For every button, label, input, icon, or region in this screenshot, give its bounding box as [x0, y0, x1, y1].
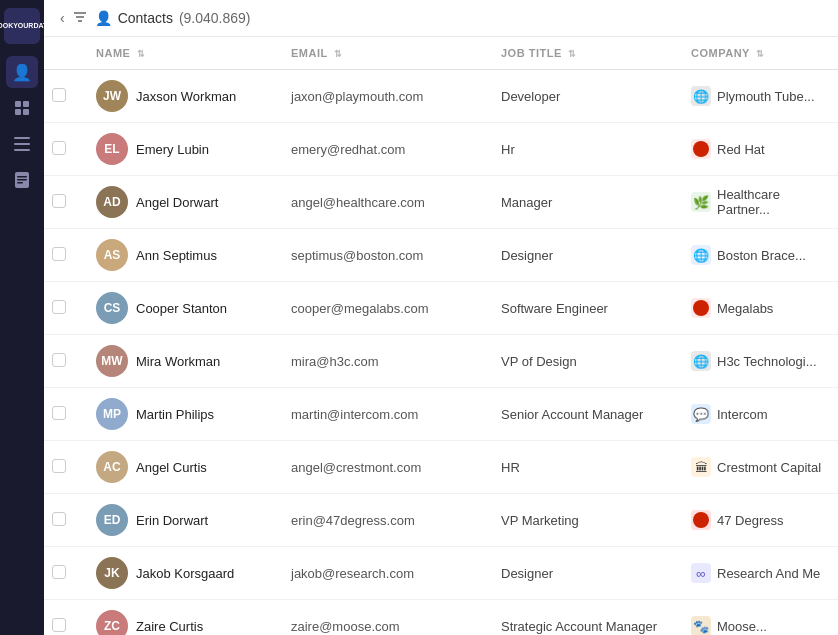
row-checkbox[interactable] [52, 353, 66, 367]
avatar: AD [96, 186, 128, 218]
row-checkbox[interactable] [52, 406, 66, 420]
row-checkbox[interactable] [52, 512, 66, 526]
svg-rect-5 [14, 143, 30, 145]
table-row[interactable]: ZC Zaire Curtis zaire@moose.com Strategi… [44, 600, 838, 636]
email-cell: jaxon@playmouth.com [279, 70, 489, 123]
svg-rect-9 [17, 179, 27, 181]
table-row[interactable]: MW Mira Workman mira@h3c.com VP of Desig… [44, 335, 838, 388]
row-checkbox[interactable] [52, 247, 66, 261]
table-row[interactable]: JK Jakob Korsgaard jakob@research.com De… [44, 547, 838, 600]
company-logo-icon: 🏛 [691, 457, 711, 477]
company-logo-icon: 🌿 [691, 192, 711, 212]
row-checkbox[interactable] [52, 300, 66, 314]
name-cell: EL Emery Lubin [84, 123, 279, 176]
back-button[interactable]: ‹ [60, 10, 65, 26]
sidebar-item-contacts[interactable]: 👤 [6, 56, 38, 88]
row-checkbox[interactable] [52, 565, 66, 579]
avatar: JW [96, 80, 128, 112]
sidebar: BOOK YOUR DATA 👤 [0, 0, 44, 635]
email-cell: emery@redhat.com [279, 123, 489, 176]
contact-name: Angel Dorwart [136, 195, 218, 210]
contacts-table: NAME ⇅ EMAIL ⇅ JOB TITLE ⇅ COMPANY ⇅ JW … [44, 37, 838, 635]
name-cell: MW Mira Workman [84, 335, 279, 388]
row-checkbox-cell [44, 388, 84, 441]
avatar: ED [96, 504, 128, 536]
row-checkbox-cell [44, 123, 84, 176]
avatar: JK [96, 557, 128, 589]
table-row[interactable]: JW Jaxson Workman jaxon@playmouth.com De… [44, 70, 838, 123]
table-row[interactable]: CS Cooper Stanton cooper@megalabs.com So… [44, 282, 838, 335]
page-title: 👤 Contacts (9.040.869) [95, 10, 251, 26]
table-row[interactable]: ED Erin Dorwart erin@47degress.com VP Ma… [44, 494, 838, 547]
company-cell: Megalabs [679, 282, 838, 335]
table-row[interactable]: AC Angel Curtis angel@crestmont.com HR 🏛… [44, 441, 838, 494]
company-sort-icon[interactable]: ⇅ [756, 49, 765, 59]
sidebar-item-list[interactable] [6, 128, 38, 160]
company-logo-icon: 🌐 [691, 86, 711, 106]
contacts-table-container[interactable]: NAME ⇅ EMAIL ⇅ JOB TITLE ⇅ COMPANY ⇅ JW … [44, 37, 838, 635]
svg-rect-2 [15, 109, 21, 115]
row-checkbox-cell [44, 335, 84, 388]
row-checkbox[interactable] [52, 194, 66, 208]
name-cell: JK Jakob Korsgaard [84, 547, 279, 600]
main-content: ‹ 👤 Contacts (9.040.869) NAME ⇅ EMAIL ⇅ … [44, 0, 838, 635]
table-row[interactable]: AS Ann Septimus septimus@boston.com Desi… [44, 229, 838, 282]
table-row[interactable]: AD Angel Dorwart angel@healthcare.com Ma… [44, 176, 838, 229]
company-logo-icon [691, 298, 711, 318]
row-checkbox-cell [44, 547, 84, 600]
company-cell: 🌐 Boston Brace... [679, 229, 838, 282]
contacts-icon: 👤 [95, 10, 112, 26]
company-name: Megalabs [717, 301, 773, 316]
company-cell: Red Hat [679, 123, 838, 176]
company-cell: 🌐 H3c Technologi... [679, 335, 838, 388]
app-logo[interactable]: BOOK YOUR DATA [4, 8, 40, 44]
company-name: H3c Technologi... [717, 354, 817, 369]
name-cell: AC Angel Curtis [84, 441, 279, 494]
job-title-cell: Developer [489, 70, 679, 123]
company-logo-icon [691, 510, 711, 530]
col-header-name[interactable]: NAME ⇅ [84, 37, 279, 70]
contact-name: Jakob Korsgaard [136, 566, 234, 581]
avatar: MW [96, 345, 128, 377]
col-header-company[interactable]: COMPANY ⇅ [679, 37, 838, 70]
col-header-job[interactable]: JOB TITLE ⇅ [489, 37, 679, 70]
name-cell: ZC Zaire Curtis [84, 600, 279, 636]
job-title-cell: Designer [489, 229, 679, 282]
col-header-email[interactable]: EMAIL ⇅ [279, 37, 489, 70]
row-checkbox-cell [44, 176, 84, 229]
email-cell: erin@47degress.com [279, 494, 489, 547]
avatar: EL [96, 133, 128, 165]
table-row[interactable]: EL Emery Lubin emery@redhat.com Hr Red H… [44, 123, 838, 176]
svg-rect-8 [17, 176, 27, 178]
company-cell: 💬 Intercom [679, 388, 838, 441]
company-name: Crestmont Capital [717, 460, 821, 475]
email-cell: angel@crestmont.com [279, 441, 489, 494]
row-checkbox-cell [44, 441, 84, 494]
name-sort-icon[interactable]: ⇅ [137, 49, 146, 59]
sidebar-item-docs[interactable] [6, 164, 38, 196]
filter-icon[interactable] [73, 10, 87, 26]
email-cell: martin@intercom.com [279, 388, 489, 441]
sidebar-item-grid[interactable] [6, 92, 38, 124]
row-checkbox[interactable] [52, 141, 66, 155]
job-title-cell: VP Marketing [489, 494, 679, 547]
contact-name: Ann Septimus [136, 248, 217, 263]
row-checkbox[interactable] [52, 618, 66, 632]
header: ‹ 👤 Contacts (9.040.869) [44, 0, 838, 37]
company-logo-icon [691, 139, 711, 159]
email-sort-icon[interactable]: ⇅ [334, 49, 343, 59]
company-name: Plymouth Tube... [717, 89, 815, 104]
table-row[interactable]: MP Martin Philips martin@intercom.com Se… [44, 388, 838, 441]
name-cell: AD Angel Dorwart [84, 176, 279, 229]
company-cell: 🐾 Moose... [679, 600, 838, 636]
row-checkbox[interactable] [52, 88, 66, 102]
svg-rect-4 [14, 137, 30, 139]
svg-rect-1 [23, 101, 29, 107]
company-name: Research And Me [717, 566, 820, 581]
name-cell: ED Erin Dorwart [84, 494, 279, 547]
row-checkbox[interactable] [52, 459, 66, 473]
job-sort-icon[interactable]: ⇅ [568, 49, 577, 59]
contact-name: Zaire Curtis [136, 619, 203, 634]
company-cell: 🏛 Crestmont Capital [679, 441, 838, 494]
company-name: 47 Degress [717, 513, 783, 528]
